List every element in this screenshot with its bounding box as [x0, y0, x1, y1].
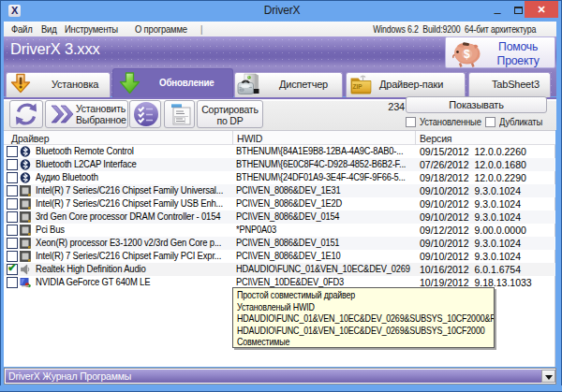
svg-text:$: $ [464, 48, 470, 61]
svg-text:ZIP: ZIP [353, 83, 363, 90]
